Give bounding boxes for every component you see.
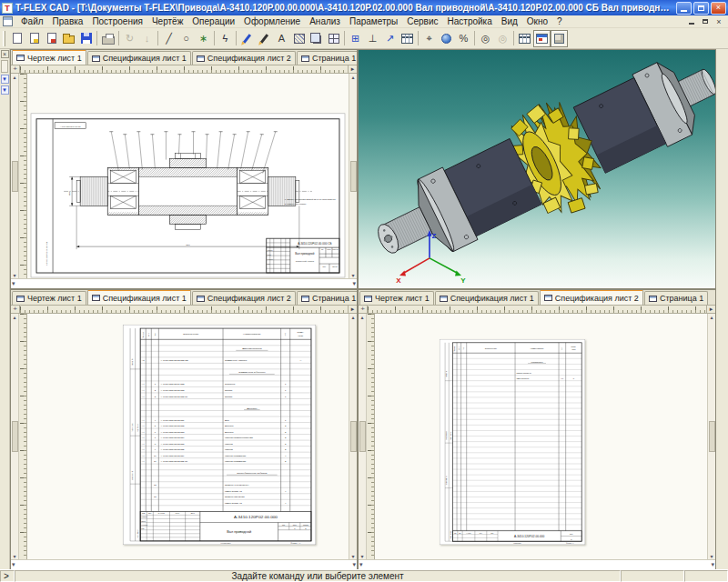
hatch-button[interactable]	[290, 30, 308, 47]
insert-fragment-button[interactable]: ⊞	[347, 30, 364, 47]
save-document-button[interactable]	[77, 30, 95, 47]
construct-node-button[interactable]: ∗	[195, 30, 212, 47]
vertical-scrollbar-left[interactable]: ▴▾	[11, 314, 19, 559]
control-point-button[interactable]: ⊥	[364, 30, 381, 47]
dock-expand-button-2[interactable]: ▼	[1, 85, 9, 95]
menu-item-7[interactable]: Параметры	[345, 16, 402, 26]
svg-text:Y: Y	[460, 276, 466, 285]
vertical-scrollbar-right[interactable]: ▴▾	[349, 74, 357, 278]
pan-origin-icon[interactable]: +	[11, 65, 20, 74]
canvas-br[interactable]: ФорматЗонаПоз.ОбозначениеНаименованиеКол…	[375, 314, 707, 559]
tab-bl-3[interactable]: Страница 1	[297, 291, 358, 305]
array-button[interactable]	[325, 30, 342, 47]
tab-br-1[interactable]: Спецификация лист 1	[435, 291, 539, 305]
construct-circle-button[interactable]: ○	[177, 30, 195, 47]
scroll-up-icon: ▴	[351, 314, 354, 320]
attach-button[interactable]: ◎	[477, 30, 494, 47]
menu-item-6[interactable]: Анализ	[305, 16, 345, 26]
new-3d-document-icon	[47, 33, 56, 44]
toolbar-grip[interactable]	[3, 31, 5, 46]
new-document-button[interactable]	[8, 30, 25, 47]
render-view-button[interactable]	[438, 30, 455, 47]
tab-bl-2[interactable]: Спецификация лист 2	[192, 291, 296, 305]
ruler-scroll-right-button[interactable]: ▸	[348, 65, 357, 74]
mdi-minimize-button[interactable]	[685, 16, 698, 27]
scrollbar-thumb[interactable]	[12, 161, 18, 192]
dock-close-button[interactable]: ×	[1, 50, 9, 58]
svg-text:Сборочный чертеж: Сборочный чертеж	[296, 260, 315, 262]
scrollbar-thumb[interactable]	[12, 421, 18, 452]
vertical-scrollbar-right[interactable]: ▴▾	[349, 314, 357, 559]
draw-line-button[interactable]	[238, 30, 256, 47]
page-icon	[544, 295, 552, 301]
horizontal-scrollbar[interactable]: ▾▾	[359, 559, 715, 569]
menu-item-2[interactable]: Построения	[87, 16, 147, 26]
dock-expand-button-1[interactable]: ▼	[1, 75, 9, 84]
pan-origin-icon[interactable]: +	[11, 306, 20, 314]
tab-tl-3[interactable]: Страница 1	[297, 51, 358, 65]
minimize-button[interactable]	[676, 2, 692, 15]
spec-table-button[interactable]	[516, 30, 533, 47]
close-button[interactable]: ×	[711, 2, 726, 15]
update-button[interactable]: ↓	[138, 30, 156, 47]
sep7	[418, 31, 419, 45]
status-window-toggle-button[interactable]	[533, 30, 551, 47]
tab-tl-0[interactable]: Чертеж лист 1	[12, 49, 86, 65]
model-window-toggle-button[interactable]	[551, 30, 568, 47]
draw-arc-icon	[260, 34, 268, 44]
menu-item-8[interactable]: Сервис	[402, 16, 442, 26]
tab-br-2[interactable]: Спецификация лист 2	[540, 289, 643, 305]
ruler-scroll-right-button[interactable]: ▸	[706, 306, 715, 314]
canvas-bl[interactable]: ФорматЗонаПоз.ОбозначениеНаименованиеКол…	[27, 314, 349, 559]
copy-button[interactable]	[308, 30, 325, 47]
restore-button[interactable]	[693, 2, 709, 15]
draw-arc-button[interactable]	[256, 30, 273, 47]
menu-item-9[interactable]: Настройка	[443, 16, 497, 26]
scrollbar-thumb[interactable]	[350, 161, 357, 192]
menu-item-4[interactable]: Операции	[187, 16, 239, 26]
new-3d-document-button[interactable]	[43, 30, 60, 47]
canvas-tl[interactable]: А-3410.120Р.02.00.000 СБА-3410.120Р.02.0…	[27, 74, 349, 278]
sketch-button[interactable]: ϟ	[217, 30, 234, 47]
ruler-scroll-right-button[interactable]: ▸	[348, 306, 357, 314]
tab-br-0[interactable]: Чертеж лист 1	[359, 291, 434, 305]
picture-button[interactable]	[399, 30, 416, 47]
canvas-3d-model[interactable]: ZXY	[359, 50, 715, 288]
tab-tl-2[interactable]: Спецификация лист 2	[192, 51, 296, 65]
horizontal-scrollbar[interactable]: ▾▾	[11, 278, 357, 288]
mdi-close-button[interactable]: ×	[713, 16, 725, 27]
menu-item-11[interactable]: Окно	[522, 16, 552, 26]
construct-line-button[interactable]: ╱	[160, 30, 177, 47]
open-document-button[interactable]	[60, 30, 77, 47]
menu-item-3[interactable]: Чертёж	[147, 16, 187, 26]
vertical-scrollbar-right[interactable]: ▴▾	[707, 314, 715, 559]
new-from-prototype-button[interactable]	[25, 30, 43, 47]
menu-item-12[interactable]: ?	[552, 16, 567, 26]
horizontal-scrollbar[interactable]: ▾▾	[11, 559, 357, 569]
scrollbar-thumb[interactable]	[709, 421, 715, 452]
mdi-restore-button[interactable]	[699, 16, 712, 27]
viewport-3d: ZXY	[358, 49, 716, 289]
leader-note-button[interactable]: ↗	[381, 30, 399, 47]
menu-item-1[interactable]: Правка	[48, 16, 88, 26]
menu-item-5[interactable]: Оформление	[239, 16, 305, 26]
detach-button[interactable]: ◎	[494, 30, 511, 47]
target-snap-button[interactable]: ⌖	[420, 30, 438, 47]
vertical-scrollbar-left[interactable]: ▴▾	[359, 314, 367, 559]
scrollbar-thumb[interactable]	[359, 421, 366, 452]
pan-origin-icon[interactable]: +	[359, 306, 368, 314]
text-button[interactable]: A	[273, 30, 290, 47]
update-icon: ↓	[145, 33, 150, 44]
menu-item-0[interactable]: Файл	[16, 16, 48, 26]
tab-tl-1[interactable]: Спецификация лист 1	[87, 51, 191, 65]
scrollbar-thumb[interactable]	[350, 421, 357, 452]
print-button[interactable]	[99, 30, 116, 47]
tab-br-3[interactable]: Страница 1	[644, 291, 708, 305]
vertical-scrollbar-left[interactable]: ▴▾	[11, 74, 19, 278]
tab-bl-1[interactable]: Спецификация лист 1	[87, 289, 191, 305]
tab-bl-0[interactable]: Чертеж лист 1	[12, 291, 86, 305]
menu-item-10[interactable]: Вид	[497, 16, 522, 26]
library-button[interactable]: %	[455, 30, 472, 47]
regenerate-button[interactable]: ↻	[121, 30, 138, 47]
svg-text:Подп. и дата: Подп. и дата	[131, 423, 133, 432]
